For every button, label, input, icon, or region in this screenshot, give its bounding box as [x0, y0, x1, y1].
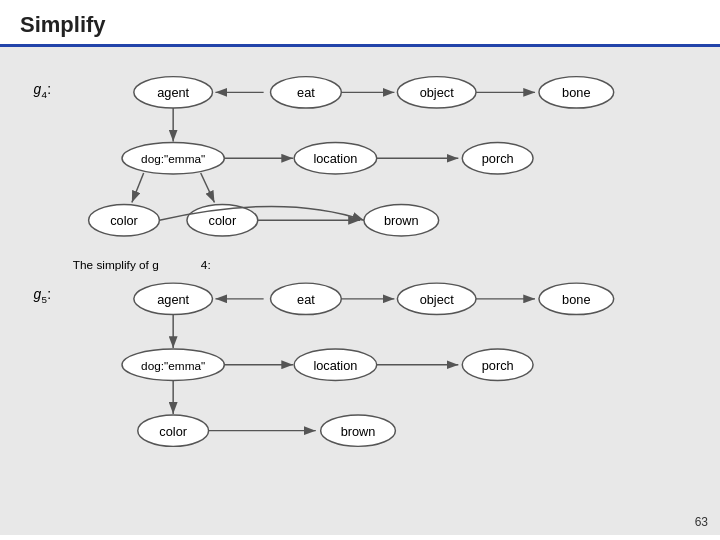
- diagram-svg: g 4 : agent eat object bone dog:"emma": [20, 55, 700, 527]
- simplify-text: The simplify of g: [73, 258, 159, 272]
- diagram-area: g 4 : agent eat object bone dog:"emma": [0, 47, 720, 535]
- svg-line-13: [132, 173, 144, 203]
- node-porch-bot: porch: [482, 358, 514, 373]
- node-brown-top: brown: [384, 213, 419, 228]
- node-location-top: location: [313, 151, 357, 166]
- node-bone-bot: bone: [562, 292, 590, 307]
- node-brown-bot: brown: [341, 424, 376, 439]
- node-color2-top: color: [208, 213, 236, 228]
- node-object-top: object: [420, 85, 455, 100]
- node-location-bot: location: [313, 358, 357, 373]
- node-color-bot: color: [159, 424, 187, 439]
- simplify-colon: :: [208, 258, 211, 272]
- node-dog-emma-top: dog:"emma": [141, 152, 205, 166]
- g5-colon: :: [47, 287, 51, 302]
- page-number: 63: [695, 515, 708, 529]
- node-object-bot: object: [420, 292, 455, 307]
- g4-colon: :: [47, 82, 51, 97]
- node-agent-top: agent: [157, 85, 189, 100]
- node-agent-bot: agent: [157, 292, 189, 307]
- svg-line-15: [201, 173, 215, 203]
- page-title: Simplify: [20, 12, 700, 38]
- node-bone-top: bone: [562, 85, 590, 100]
- node-eat-bot: eat: [297, 292, 315, 307]
- node-dog-emma-bot: dog:"emma": [141, 359, 205, 373]
- node-color1-top: color: [110, 213, 138, 228]
- header: Simplify: [0, 0, 720, 44]
- g5-label: g: [34, 287, 42, 302]
- node-eat-top: eat: [297, 85, 315, 100]
- g4-label: g: [34, 82, 42, 97]
- node-porch-top: porch: [482, 151, 514, 166]
